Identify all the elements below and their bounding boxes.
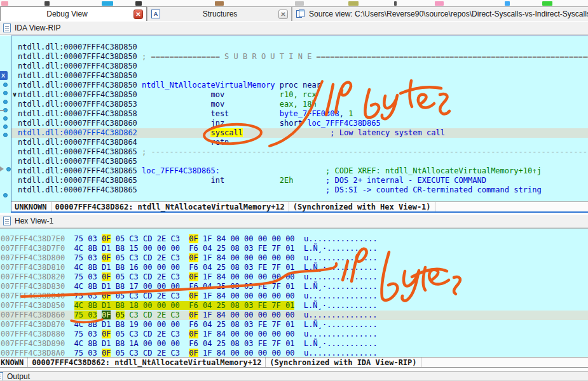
document-icon (3, 217, 11, 225)
toolbar-sliver (0, 0, 588, 6)
breakpoint-dot[interactable] (3, 133, 8, 137)
hex-row[interactable]: 007FFF4C38D850 4C 8B D1 B8 18 00 00 00 F… (0, 301, 588, 311)
disasm-line[interactable]: ntdll.dll:00007FFF4C38D850 ; ===========… (11, 52, 588, 62)
disasm-line[interactable]: ntdll.dll:00007FFF4C38D865 (11, 157, 588, 166)
breakpoint-dot[interactable] (3, 116, 8, 121)
hex-row[interactable]: 007FFF4C38D830 4C 8B D1 B8 17 00 00 00 F… (0, 282, 588, 291)
toolbar-button-icon[interactable] (215, 1, 224, 6)
output-titlebar[interactable]: Output (0, 371, 588, 381)
source-view-icon (296, 10, 305, 18)
ida-view-rip-titlebar[interactable]: IDA View-RIP (0, 21, 588, 35)
toolbar-button-icon[interactable] (394, 1, 397, 6)
hex-row[interactable]: 007FFF4C38D890 4C 8B D1 B8 1A 00 00 00 F… (0, 339, 588, 349)
hex-row[interactable]: 007FFF4C38D800 75 03 0F 05 C3 CD 2E C3 0… (0, 253, 588, 263)
ida-view-rip-title: IDA View-RIP (15, 23, 60, 32)
status-mode: UNKNOWN (11, 202, 51, 211)
hex-row[interactable]: 007FFF4C38D7E0 75 03 0F 05 C3 CD 2E C3 0… (0, 234, 588, 244)
toolbar-button-icon[interactable] (435, 1, 444, 6)
hex-row[interactable]: 007FFF4C38D840 75 03 0F 05 C3 CD 2E C3 0… (0, 291, 588, 301)
disasm-line[interactable]: ntdll.dll:00007FFF4C38D865 loc_7FFF4C38D… (11, 166, 588, 176)
tab-debug-view-label: Debug View (1, 10, 133, 18)
toolbar-button-icon[interactable] (348, 1, 359, 6)
hex-view-panel[interactable]: 007FFF4C38D7E0 75 03 0F 05 C3 CD 2E C3 0… (0, 228, 588, 357)
disasm-lines[interactable]: ntdll.dll:00007FFF4C38D850ntdll.dll:0000… (11, 36, 588, 201)
output-title: Output (7, 372, 30, 381)
status-sync: (Synchronized with IDA View-RIP) (266, 358, 421, 367)
disasm-line[interactable]: ntdll.dll:00007FFF4C38D860 jnz short loc… (11, 119, 588, 128)
disasm-line[interactable]: ntdll.dll:00007FFF4C38D865 ; DS:SI -> co… (11, 185, 588, 195)
document-icon (3, 23, 11, 32)
gutter-arrow-icon (0, 166, 4, 171)
hex-row[interactable]: 007FFF4C38D870 4C 8B D1 B8 19 00 00 00 F… (0, 320, 588, 330)
disasm-line[interactable]: ntdll.dll:00007FFF4C38D850 (11, 71, 588, 81)
hex-row[interactable]: 007FFF4C38D810 4C 8B D1 B8 16 00 00 00 F… (0, 263, 588, 272)
disasm-line[interactable]: ntdll.dll:00007FFF4C38D850 mov r10, rcx (11, 90, 588, 100)
status-mode-clipped: KNOWN (0, 358, 28, 367)
status-address: 00007FFF4C38D862: ntdll_NtAllocateVirtua… (28, 358, 266, 367)
tab-bar: Debug View ✕ A Structures ✕ Source view:… (0, 6, 588, 21)
hex-view-title: Hex View-1 (15, 217, 53, 225)
breakpoint-dot[interactable] (6, 167, 11, 171)
status-sync: (Synchronized with Hex View-1) (289, 202, 435, 211)
hex-row[interactable]: 007FFF4C38D7F0 4C 8B D1 B8 15 00 00 00 F… (0, 244, 588, 253)
hex-view-titlebar[interactable]: Hex View-1 (0, 214, 588, 228)
hex-status-bar: KNOWN 00007FFF4C38D862: ntdll_NtAllocate… (0, 357, 588, 368)
close-tab-icon[interactable]: ✕ (278, 10, 288, 19)
document-icon (0, 372, 3, 381)
toolbar-button-icon[interactable] (102, 1, 113, 6)
hex-row[interactable]: 007FFF4C38D860 75 03 0F 05 C3 CD 2E C3 0… (0, 311, 588, 320)
tab-structures[interactable]: A Structures ✕ (147, 6, 292, 21)
toolbar-button-icon[interactable] (505, 1, 510, 6)
disasm-gutter: X (0, 36, 11, 213)
toolbar-button-icon[interactable] (135, 1, 142, 6)
ida-debugger-window: Debug View ✕ A Structures ✕ Source view:… (0, 0, 588, 381)
hex-rows[interactable]: 007FFF4C38D7E0 75 03 0F 05 C3 CD 2E C3 0… (0, 234, 588, 357)
tab-debug-view[interactable]: Debug View ✕ (0, 6, 147, 21)
toolbar-button-icon[interactable] (542, 1, 552, 6)
hex-row[interactable]: 007FFF4C38D8A0 75 03 0F 05 C3 CD 2E C3 0… (0, 349, 588, 357)
disasm-line[interactable]: ntdll.dll:00007FFF4C38D850 (11, 62, 588, 71)
tab-source-view-label: Source view: C:\Users\Reverse90\source\r… (309, 10, 588, 18)
breakpoint-dot[interactable] (3, 83, 8, 87)
disasm-line[interactable]: ntdll.dll:00007FFF4C38D864 retn (11, 138, 588, 147)
structures-icon: A (151, 10, 160, 18)
close-tab-icon[interactable]: ✕ (133, 10, 143, 19)
nav-x-marker-icon[interactable]: X (0, 71, 8, 80)
disasm-line[interactable]: ntdll.dll:00007FFF4C38D850 ntdll_NtAlloc… (11, 81, 588, 90)
breakpoint-dot[interactable] (3, 193, 8, 197)
breakpoint-dot[interactable] (3, 124, 8, 129)
breakpoint-dot[interactable] (3, 91, 8, 95)
hex-row[interactable]: 007FFF4C38D820 75 03 0F 05 C3 CD 2E C3 0… (0, 272, 588, 282)
disasm-line[interactable]: ntdll.dll:00007FFF4C38D853 mov eax, 18h (11, 100, 588, 109)
hex-row[interactable]: 007FFF4C38D880 75 03 0F 05 C3 CD 2E C3 0… (0, 330, 588, 339)
gutter-dash (0, 110, 4, 111)
disasm-line[interactable]: ntdll.dll:00007FFF4C38D865 ; -----------… (11, 147, 588, 157)
disasm-line[interactable]: ntdll.dll:00007FFF4C38D862 syscall ; Low… (11, 128, 588, 138)
tab-structures-label: Structures (161, 10, 278, 18)
ida-status-bar: UNKNOWN 00007FFF4C38D862: ntdll_NtAlloca… (11, 201, 588, 211)
disasm-line[interactable]: ntdll.dll:00007FFF4C38D865 int 2Eh ; DOS… (11, 176, 588, 185)
ida-view-rip-panel[interactable]: ∨ ntdll.dll:00007FFF4C38D850ntdll.dll:00… (11, 36, 588, 213)
collapse-chevron-icon[interactable]: ∨ (12, 91, 17, 98)
toolbar-button-icon[interactable] (295, 1, 304, 6)
toolbar-button-icon[interactable] (44, 1, 50, 6)
disasm-line[interactable]: ntdll.dll:00007FFF4C38D850 (11, 43, 588, 52)
tab-source-view[interactable]: Source view: C:\Users\Reverse90\source\r… (292, 6, 588, 21)
status-address: 00007FFF4C38D862: ntdll_NtAllocateVirtua… (51, 202, 289, 211)
breakpoint-dot[interactable] (3, 100, 8, 104)
toolbar-button-icon[interactable] (1, 1, 8, 6)
disasm-line[interactable]: ntdll.dll:00007FFF4C38D858 test byte_7FF… (11, 109, 588, 119)
